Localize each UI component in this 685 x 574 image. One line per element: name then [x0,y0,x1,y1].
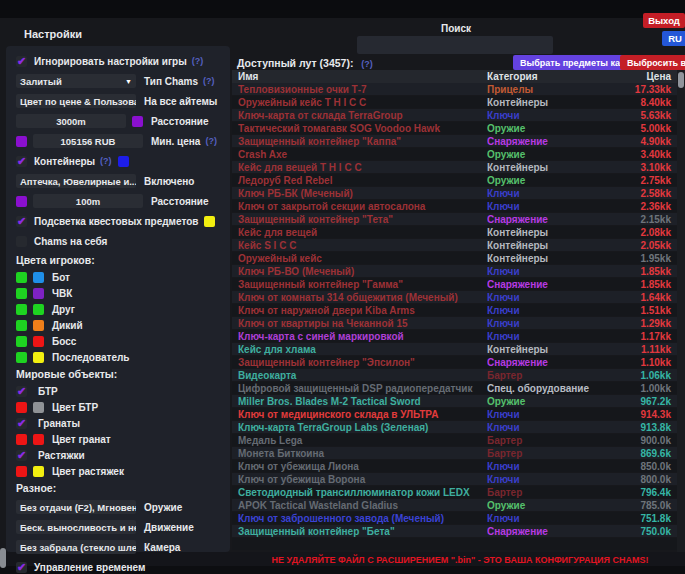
cell-price: 913.8k [609,422,677,433]
table-row[interactable]: Светодиодный трансиллюминатор кожи LEDXБ… [232,486,677,498]
help-icon[interactable]: (?) [361,59,373,69]
quest-items-color-swatch[interactable] [204,216,215,227]
player-swatch-secondary[interactable] [33,304,44,315]
containers-distance-input[interactable] [33,194,143,208]
column-category[interactable]: Категория [487,71,609,82]
misc-dropdown[interactable]: Беск. выносливость и нет уста▼ [16,520,136,534]
cell-category: Контейнеры [487,344,609,355]
min-price-input[interactable] [33,134,143,148]
player-swatch-secondary[interactable] [33,320,44,331]
player-swatch-primary[interactable] [16,304,27,315]
table-row[interactable]: Кейс для вещейКонтейнеры2.08kk [232,226,677,238]
player-swatch-secondary[interactable] [33,288,44,299]
misc-dropdown[interactable]: Без забрала (стекло шлема)▼ [16,540,136,554]
player-swatch-primary[interactable] [16,352,27,363]
containers-checkbox[interactable]: ✔ [16,156,27,167]
loot-scrollbar-thumb[interactable] [678,72,684,88]
player-swatch-secondary[interactable] [33,352,44,363]
world-object-checkbox[interactable]: ✔ [16,450,27,461]
world-swatch-secondary[interactable] [33,434,44,445]
world-swatch-secondary[interactable] [33,402,44,413]
table-row[interactable]: Защищенный контейнер "Бета"Снаряжение750… [232,525,677,537]
player-swatch-secondary[interactable] [33,272,44,283]
player-swatch-secondary[interactable] [33,336,44,347]
table-row[interactable]: ВидеокартаБартер1.06kk [232,369,677,381]
table-row[interactable]: Ключ-карта от склада TerraGroupКлючи5.63… [232,109,677,121]
table-row[interactable]: Кейс для вещей T H I C CКонтейнеры3.10kk [232,161,677,173]
table-row[interactable]: Монета БиткоинаБартер869.6k [232,447,677,459]
player-swatch-primary[interactable] [16,320,27,331]
table-row[interactable] [232,538,677,550]
misc-dropdown[interactable]: Без отдачи (F2), Мгновенное п▼ [16,500,136,514]
cell-category: Ключи [487,201,609,212]
chams-type-dropdown[interactable]: Залитый ▼ [16,74,136,88]
table-row[interactable]: Ключ от квартиры на Чеканной 15Ключи1.29… [232,317,677,329]
table-row[interactable]: Кейс S I C CКонтейнеры2.05kk [232,239,677,251]
help-icon[interactable]: (?) [203,76,215,86]
all-items-label: На все айтемы [144,96,217,107]
table-row[interactable]: Ключ-карта с синей маркировкойКлючи1.17k… [232,330,677,342]
containers-distance-color-swatch[interactable] [16,196,27,207]
search-input[interactable] [357,36,553,54]
table-row[interactable]: Ключ РБ-ВО (Меченый)Ключи1.85kk [232,265,677,277]
player-swatch-primary[interactable] [16,336,27,347]
table-row[interactable]: Защищенный контейнер "Тета"Снаряжение2.1… [232,213,677,225]
exit-button[interactable]: Выход [643,13,685,28]
containers-color-swatch[interactable] [118,156,129,167]
world-object-checkbox[interactable]: ✔ [16,386,27,397]
world-swatch-primary[interactable] [16,466,27,477]
help-icon[interactable]: (?) [205,136,217,146]
table-row[interactable]: Ключ от наружной двери Kiba ArmsКлючи1.5… [232,304,677,316]
table-row[interactable]: Ключ от заброшенного завода (Меченый)Клю… [232,512,677,524]
containers-mode-dropdown[interactable]: Аптечка, Ювелирные и... ▼ [16,174,136,188]
table-row[interactable]: Защищенный контейнер "Каппа"Снаряжение4.… [232,135,677,147]
table-row[interactable]: Crash AxeОружие3.40kk [232,148,677,160]
table-row[interactable]: Тактический томагавк SOG Voodoo HawkОруж… [232,122,677,134]
distance-color-swatch[interactable] [132,116,143,127]
ignore-game-checkbox[interactable]: ✔ [16,56,27,67]
world-object-row: ✔БТР [16,386,230,397]
discard-all-button[interactable]: Выбросить все [620,55,685,70]
table-row[interactable]: Ключ от комнаты 314 общежития (Меченый)К… [232,291,677,303]
table-row[interactable]: Оружейный кейсКонтейнеры1.95kk [232,252,677,264]
language-button[interactable]: RU [662,31,685,46]
table-row[interactable]: Ледоруб Red RebelОружие2.75kk [232,174,677,186]
table-row[interactable]: Miller Bros. Blades M-2 Tactical SwordОр… [232,395,677,407]
color-mode-dropdown[interactable]: Цвет по цене & Пользовательс ▼ [16,94,136,108]
player-color-row: Бот [16,272,230,283]
min-price-color-swatch[interactable] [16,136,27,147]
player-swatch-primary[interactable] [16,272,27,283]
table-row[interactable]: Ключ от убежища ЛионаКлючи850.0k [232,460,677,472]
settings-scrollbar-thumb[interactable] [0,548,6,568]
table-row[interactable]: Кейс для хламаКонтейнеры1.11kk [232,343,677,355]
help-icon[interactable]: (?) [192,56,204,66]
loot-scrollbar[interactable] [677,70,685,552]
table-row[interactable]: Защищенный контейнер "Гамма"Снаряжение1.… [232,278,677,290]
world-swatch-primary[interactable] [16,402,27,413]
cell-category: Ключи [487,409,609,420]
column-price[interactable]: Цена [609,71,677,82]
table-row[interactable]: Цифровой защищенный DSP радиопередатчикС… [232,382,677,394]
world-object-checkbox[interactable]: ✔ [16,418,27,429]
table-row[interactable]: Тепловизионные очки Т-7Прицелы17.33kk [232,83,677,95]
world-swatch-primary[interactable] [16,434,27,445]
table-row[interactable]: Ключ от убежища ВоронаКлючи800.0k [232,473,677,485]
distance-input[interactable] [16,114,126,128]
cell-name: Ключ от комнаты 314 общежития (Меченый) [232,292,487,303]
cell-name: Кейс S I C C [232,240,487,251]
table-row[interactable]: Ключ от закрытой секции автосалонаКлючи2… [232,200,677,212]
self-chams-checkbox[interactable] [16,236,27,247]
player-swatch-primary[interactable] [16,288,27,299]
column-name[interactable]: Имя [232,71,487,82]
table-row[interactable]: APOK Tactical Wasteland GladiusОружие785… [232,499,677,511]
time-control-checkbox[interactable]: ✔ [16,562,27,573]
table-row[interactable]: Оружейный кейс T H I C CКонтейнеры8.40kk [232,96,677,108]
help-icon[interactable]: (?) [100,156,112,166]
quest-items-checkbox[interactable]: ✔ [16,216,27,227]
table-row[interactable]: Ключ-карта TerraGroup Labs (Зеленая)Ключ… [232,421,677,433]
table-row[interactable]: Защищенный контейнер "Эпсилон"Снаряжение… [232,356,677,368]
table-row[interactable]: Медаль LegaБартер900.0k [232,434,677,446]
world-swatch-secondary[interactable] [33,466,44,477]
table-row[interactable]: Ключ РБ-БК (Меченый)Ключи2.58kk [232,187,677,199]
table-row[interactable]: Ключ от медицинского склада в УЛЬТРАКлюч… [232,408,677,420]
